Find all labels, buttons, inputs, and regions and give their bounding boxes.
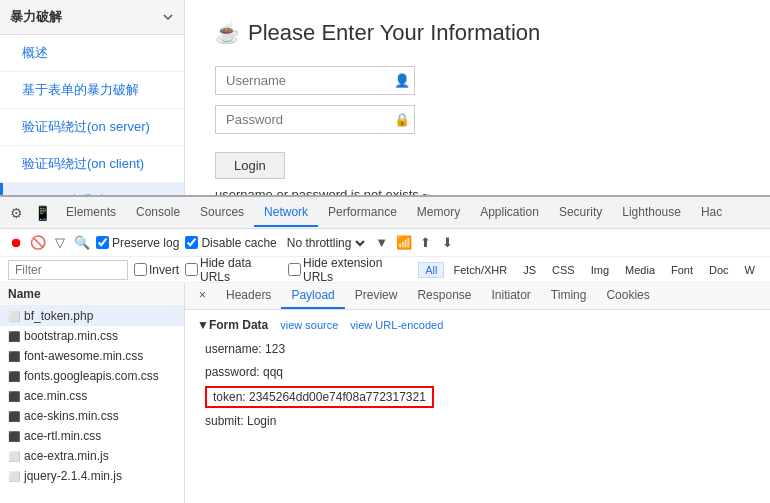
css-icon: ⬛ (8, 430, 20, 442)
payload-section-title: ▼Form Data view source view URL-encoded (197, 318, 758, 332)
devtools-tab-performance[interactable]: Performance (318, 199, 407, 227)
devtools-tab-elements[interactable]: Elements (56, 199, 126, 227)
device-icon[interactable]: 📱 (30, 201, 54, 225)
detail-tab-response[interactable]: Response (407, 283, 481, 309)
hide-ext-urls-checkbox[interactable]: Hide extension URLs (288, 256, 412, 284)
file-item[interactable]: ⬛fonts.googleapis.com.css (0, 366, 184, 386)
payload-row: password: qqq (197, 361, 758, 384)
css-icon: ⬛ (8, 330, 20, 342)
file-item[interactable]: ⬛ace-rtl.min.css (0, 426, 184, 446)
username-input[interactable] (226, 73, 394, 88)
record-icon[interactable]: ⏺ (8, 235, 24, 251)
file-item[interactable]: ⬛ace.min.css (0, 386, 184, 406)
detail-tab-close[interactable]: × (189, 283, 216, 309)
disable-cache-checkbox[interactable]: Disable cache (185, 236, 276, 250)
payload-row: username: 123 (197, 338, 758, 361)
devtools-tab-bar: ⚙ 📱 ElementsConsoleSourcesNetworkPerform… (0, 197, 770, 229)
file-item[interactable]: ⬛font-awesome.min.css (0, 346, 184, 366)
invert-checkbox[interactable]: Invert (134, 263, 179, 277)
network-panel: Name ⬜bf_token.php⬛bootstrap.min.css⬛fon… (0, 283, 770, 503)
devtools-panel: ⚙ 📱 ElementsConsoleSourcesNetworkPerform… (0, 195, 770, 503)
type-buttons: AllFetch/XHRJSCSSImgMediaFontDocW (418, 262, 762, 278)
view-url-encoded-link[interactable]: view URL-encoded (350, 319, 443, 331)
sidebar-item-3[interactable]: 验证码绕过(on client) (0, 146, 184, 183)
type-btn-font[interactable]: Font (664, 262, 700, 278)
sidebar-item-2[interactable]: 验证码绕过(on server) (0, 109, 184, 146)
username-group: 👤 (215, 66, 740, 95)
file-item[interactable]: ⬜ace-extra.min.js (0, 446, 184, 466)
devtools-tab-lighthouse[interactable]: Lighthouse (612, 199, 691, 227)
page-title: ☕ Please Enter Your Information (215, 20, 740, 46)
clear-icon[interactable]: 🚫 (30, 235, 46, 251)
main-content: ☕ Please Enter Your Information 👤 🔒 Logi… (185, 0, 770, 195)
detail-tab-timing[interactable]: Timing (541, 283, 597, 309)
throttle-select[interactable]: No throttling (283, 235, 368, 251)
password-input[interactable] (226, 112, 394, 127)
devtools-tab-network[interactable]: Network (254, 199, 318, 227)
devtools-tab-sources[interactable]: Sources (190, 199, 254, 227)
devtools-tab-memory[interactable]: Memory (407, 199, 470, 227)
wifi-icon[interactable]: 📶 (396, 235, 412, 251)
payload-row-highlight: token: 2345264dd00e74f08a772317321 (205, 386, 434, 408)
download-icon[interactable]: ⬇ (440, 235, 456, 251)
detail-tab-initiator[interactable]: Initiator (481, 283, 540, 309)
devtools-toolbar: ⏺ 🚫 ▽ 🔍 Preserve log Disable cache No th… (0, 229, 770, 257)
view-source-link[interactable]: view source (280, 319, 338, 331)
css-icon: ⬛ (8, 350, 20, 362)
devtools-tab-hac[interactable]: Hac (691, 199, 732, 227)
throttle-down-icon[interactable]: ▼ (374, 235, 390, 251)
file-item[interactable]: ⬛ace-skins.min.css (0, 406, 184, 426)
sidebar-items: 概述基于表单的暴力破解验证码绕过(on server)验证码绕过(on clie… (0, 35, 184, 220)
filter-bar: Invert Hide data URLs Hide extension URL… (0, 257, 770, 283)
lock-icon: 🔒 (394, 112, 410, 127)
devtools-tab-application[interactable]: Application (470, 199, 549, 227)
devtools-tab-console[interactable]: Console (126, 199, 190, 227)
file-items-container: ⬜bf_token.php⬛bootstrap.min.css⬛font-awe… (0, 306, 184, 486)
request-detail: ×HeadersPayloadPreviewResponseInitiatorT… (185, 283, 770, 503)
upload-icon[interactable]: ⬆ (418, 235, 434, 251)
type-btn-css[interactable]: CSS (545, 262, 582, 278)
detail-tabs: ×HeadersPayloadPreviewResponseInitiatorT… (185, 283, 770, 310)
type-btn-doc[interactable]: Doc (702, 262, 736, 278)
chevron-down-icon (162, 11, 174, 23)
detail-tab-preview[interactable]: Preview (345, 283, 408, 309)
file-item[interactable]: ⬛bootstrap.min.css (0, 326, 184, 346)
js-icon: ⬜ (8, 450, 20, 462)
type-btn-w[interactable]: W (738, 262, 762, 278)
css-icon: ⬛ (8, 370, 20, 382)
type-btn-js[interactable]: JS (516, 262, 543, 278)
php-icon: ⬜ (8, 310, 20, 322)
file-item[interactable]: ⬜jquery-2.1.4.min.js (0, 466, 184, 486)
detail-tab-cookies[interactable]: Cookies (596, 283, 659, 309)
js-icon: ⬜ (8, 470, 20, 482)
type-btn-media[interactable]: Media (618, 262, 662, 278)
preserve-log-checkbox[interactable]: Preserve log (96, 236, 179, 250)
search-icon[interactable]: 🔍 (74, 235, 90, 251)
detail-tab-payload[interactable]: Payload (281, 283, 344, 309)
css-icon: ⬛ (8, 410, 20, 422)
type-btn-all[interactable]: All (418, 262, 444, 278)
detail-tab-headers[interactable]: Headers (216, 283, 281, 309)
password-group: 🔒 (215, 105, 740, 134)
filter-icon[interactable]: ▽ (52, 235, 68, 251)
coffee-icon: ☕ (215, 21, 240, 45)
payload-content: ▼Form Data view source view URL-encoded … (185, 310, 770, 442)
devtools-tabs-container: ElementsConsoleSourcesNetworkPerformance… (56, 199, 732, 227)
file-item[interactable]: ⬜bf_token.php (0, 306, 184, 326)
sidebar-header[interactable]: 暴力破解 (0, 0, 184, 35)
payload-fields: username: 123password: qqqtoken: 2345264… (197, 338, 758, 434)
type-btn-img[interactable]: Img (584, 262, 616, 278)
file-list: Name ⬜bf_token.php⬛bootstrap.min.css⬛fon… (0, 283, 185, 503)
login-button[interactable]: Login (215, 152, 285, 179)
payload-row: submit: Login (197, 410, 758, 433)
devtools-tab-security[interactable]: Security (549, 199, 612, 227)
sidebar-header-text: 暴力破解 (10, 8, 62, 26)
inspect-icon[interactable]: ⚙ (4, 201, 28, 225)
hide-data-urls-checkbox[interactable]: Hide data URLs (185, 256, 282, 284)
type-btn-fetch/xhr[interactable]: Fetch/XHR (446, 262, 514, 278)
filter-input[interactable] (8, 260, 128, 280)
sidebar-item-1[interactable]: 基于表单的暴力破解 (0, 72, 184, 109)
css-icon: ⬛ (8, 390, 20, 402)
password-input-wrapper: 🔒 (215, 105, 415, 134)
sidebar-item-0[interactable]: 概述 (0, 35, 184, 72)
